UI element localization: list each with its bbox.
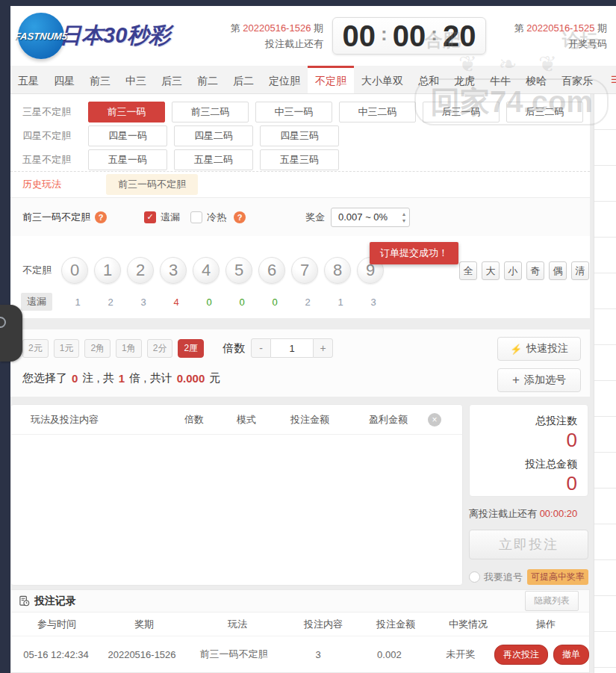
bet-summary-panel: 总投注数 0 投注总金额 0 离投注截止还有 00:00:20 立即投注 我要追… xyxy=(469,404,588,586)
summary-count: 0 xyxy=(72,372,78,385)
chase-radio[interactable] xyxy=(469,571,480,583)
play-option-四星二码[interactable]: 四星二码 xyxy=(174,125,253,146)
record-action-撤单[interactable]: 撤单 xyxy=(553,645,589,665)
add-numbers-label: 添加选号 xyxy=(524,373,566,387)
play-option-四星一码[interactable]: 四星一码 xyxy=(88,125,167,146)
unit-option-1角[interactable]: 1角 xyxy=(116,339,142,358)
record-action-再次投注[interactable]: 再次投注 xyxy=(494,645,548,665)
tab-大小单双[interactable]: 大小单双 xyxy=(354,66,411,93)
slip-column-header: 玩法及投注内容 xyxy=(11,413,168,427)
spinner-down-icon[interactable]: ▾ xyxy=(402,217,405,224)
page: FASTNUM5 日本30秒彩 第 20220516-1526 期 投注截止还有… xyxy=(0,0,616,673)
number-ball-7[interactable]: 7 xyxy=(291,257,318,284)
omit-row: 遗漏 1234000213 xyxy=(21,293,390,311)
issue-prefix: 第 xyxy=(514,22,524,34)
tab-后二[interactable]: 后二 xyxy=(225,66,261,93)
selection-summary: 您选择了 0 注 , 共 1 倍 , 共计 0.000 元 xyxy=(22,371,220,385)
tab-五星[interactable]: 五星 xyxy=(10,66,46,93)
quick-select-大[interactable]: 大 xyxy=(482,261,500,280)
omit-checkbox-group[interactable]: ✓ 遗漏 xyxy=(144,211,180,224)
tab-后三[interactable]: 后三 xyxy=(154,66,190,93)
hotcold-checkbox-group[interactable]: 冷热 xyxy=(190,211,226,224)
help-icon[interactable]: ? xyxy=(95,211,107,223)
tab-四星[interactable]: 四星 xyxy=(46,66,82,93)
history-play-tag[interactable]: 前三一码不定胆 xyxy=(106,174,198,195)
quick-bet-button[interactable]: ⚡ 快速投注 xyxy=(497,337,581,361)
tab-不定胆[interactable]: 不定胆 xyxy=(308,66,354,93)
quick-select-小[interactable]: 小 xyxy=(504,261,522,280)
tab-龙虎[interactable]: 龙虎 xyxy=(447,66,482,93)
spinner-icon[interactable]: ▴ ▾ xyxy=(402,211,405,224)
play-option-中三二码[interactable]: 中三二码 xyxy=(339,102,416,122)
number-ball-0[interactable]: 0 xyxy=(61,257,88,284)
tab-梭哈[interactable]: 梭哈 xyxy=(518,66,554,93)
play-option-中三一码[interactable]: 中三一码 xyxy=(255,102,332,122)
play-option-前三一码[interactable]: 前三一码 xyxy=(88,102,165,122)
stats-card: 总投注数 0 投注总金额 0 xyxy=(469,404,588,497)
play-option-后三二码[interactable]: 后三二码 xyxy=(506,102,583,122)
multiplier-minus-button[interactable]: - xyxy=(251,338,271,358)
number-ball-1[interactable]: 1 xyxy=(94,257,121,284)
result-label: 开奖号码 xyxy=(495,36,607,52)
play-option-后三一码[interactable]: 后三一码 xyxy=(423,102,500,122)
record-cell: 前三一码不定胆 xyxy=(183,648,284,661)
play-group-row: 三星不定胆前三一码前三二码中三一码中三二码后三一码后三二码 xyxy=(22,101,590,123)
record-cell: 20220516-1526 xyxy=(101,649,183,660)
hide-list-button[interactable]: 隐藏列表 xyxy=(525,591,579,611)
tab-牛牛[interactable]: 牛牛 xyxy=(482,66,518,93)
number-ball-5[interactable]: 5 xyxy=(225,257,252,284)
play-option-五星二码[interactable]: 五星二码 xyxy=(174,149,253,170)
play-name-group: 前三一码不定胆 ? xyxy=(22,211,107,224)
quick-select-全[interactable]: 全 xyxy=(459,261,477,280)
play-option-五星一码[interactable]: 五星一码 xyxy=(88,149,167,170)
help-icon[interactable]: ? xyxy=(234,211,246,223)
multiplier-plus-button[interactable]: + xyxy=(313,338,333,358)
number-ball-6[interactable]: 6 xyxy=(258,257,285,284)
current-issue-block: 第 20220516-1526 期 投注截止还有 xyxy=(231,20,323,52)
number-ball-2[interactable]: 2 xyxy=(127,257,154,284)
number-ball-4[interactable]: 4 xyxy=(193,257,220,284)
tab-定位胆[interactable]: 定位胆 xyxy=(261,66,308,93)
quick-select-清[interactable]: 清 xyxy=(571,261,589,280)
nav-more-button[interactable]: ☰ 更多 xyxy=(600,66,616,93)
hotcold-checkbox[interactable] xyxy=(190,211,202,223)
unit-option-2厘[interactable]: 2厘 xyxy=(178,339,204,358)
records-column-header: 参与时间 xyxy=(11,618,102,631)
last-issue-block: 第 20220516-1525 期 开奖号码 xyxy=(495,20,607,52)
tab-中三[interactable]: 中三 xyxy=(118,66,154,93)
slip-column-header: 模式 xyxy=(220,413,273,427)
header: FASTNUM5 日本30秒彩 第 20220516-1526 期 投注截止还有… xyxy=(10,6,616,66)
deadline-label: 离投注截止还有 xyxy=(469,508,537,519)
number-ball-8[interactable]: 8 xyxy=(324,257,351,284)
total-amount-value: 0 xyxy=(480,473,577,494)
play-name: 前三一码不定胆 xyxy=(22,211,90,224)
multiplier-input[interactable] xyxy=(271,338,313,358)
spinner-up-icon[interactable]: ▴ xyxy=(402,211,405,217)
bonus-select[interactable]: 0.007 ~ 0% ▴ ▾ xyxy=(331,208,410,227)
play-option-前三二码[interactable]: 前三二码 xyxy=(172,102,249,122)
play-option-五星三码[interactable]: 五星三码 xyxy=(260,149,339,170)
add-numbers-button[interactable]: + 添加选号 xyxy=(497,368,581,392)
omit-value: 3 xyxy=(357,297,390,308)
current-issue-number: 20220516-1526 xyxy=(243,22,311,34)
side-panel-handle[interactable] xyxy=(0,305,22,362)
unit-option-2分[interactable]: 2分 xyxy=(147,339,173,358)
play-group-label: 三星不定胆 xyxy=(22,105,88,119)
quick-select-奇[interactable]: 奇 xyxy=(526,261,544,280)
quick-select-偶[interactable]: 偶 xyxy=(549,261,567,280)
unit-option-1元[interactable]: 1元 xyxy=(54,339,80,358)
countdown-label: 投注截止还有 xyxy=(231,36,323,52)
toast-message: 订单提交成功！ xyxy=(370,242,458,264)
unit-option-2元[interactable]: 2元 xyxy=(22,339,49,358)
unit-option-2角[interactable]: 2角 xyxy=(84,339,111,358)
tab-前二[interactable]: 前二 xyxy=(190,66,225,93)
tab-总和[interactable]: 总和 xyxy=(411,66,447,93)
number-ball-3[interactable]: 3 xyxy=(160,257,187,284)
number-picker-section: 订单提交成功！ 不定胆 0123456789 全大小奇偶清 遗漏 1234000… xyxy=(10,236,590,318)
play-option-四星三码[interactable]: 四星三码 xyxy=(260,125,339,146)
omit-checkbox[interactable]: ✓ xyxy=(144,211,156,223)
tab-百家乐[interactable]: 百家乐 xyxy=(554,66,600,93)
tab-前三[interactable]: 前三 xyxy=(82,66,118,93)
bet-now-button[interactable]: 立即投注 xyxy=(469,530,588,559)
close-icon[interactable]: × xyxy=(428,413,441,427)
